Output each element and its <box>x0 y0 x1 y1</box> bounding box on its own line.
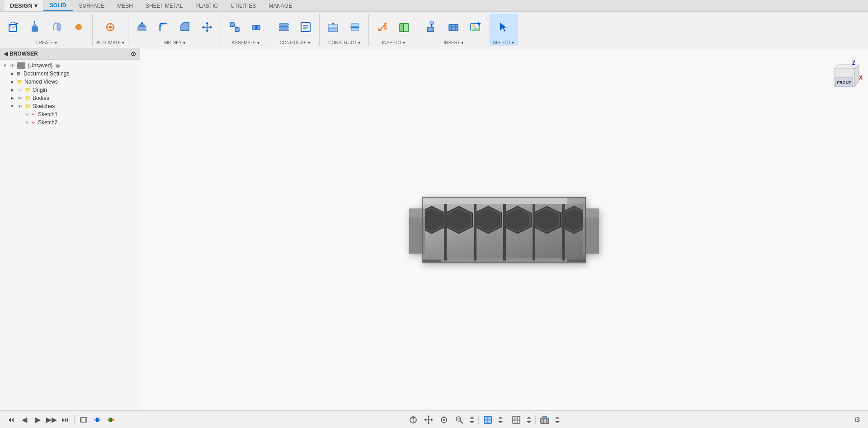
insert-image-icon <box>469 21 481 33</box>
ground-button[interactable] <box>246 17 266 37</box>
tab-solid[interactable]: SOLID <box>43 0 73 11</box>
orbit-button[interactable] <box>407 414 420 426</box>
bodies-visibility-icon[interactable]: 👁 <box>16 95 24 101</box>
main-area: ◀ BROWSER ⊙ ▼ 👁 (Unsaved) ◉ ▶ ⚙ Document… <box>0 48 868 410</box>
assemble-label[interactable]: ASSEMBLE ▾ <box>232 40 260 46</box>
tab-manage[interactable]: MANAGE <box>262 1 298 11</box>
tab-surface[interactable]: SURFACE <box>73 1 111 11</box>
sketch2-label: Sketch2 <box>38 119 57 126</box>
automate-button[interactable] <box>100 17 120 37</box>
timeline-frame-icon[interactable] <box>77 414 90 426</box>
select-label[interactable]: SELECT ▾ <box>493 40 514 46</box>
extrude-button[interactable] <box>25 17 45 37</box>
measure-button[interactable] <box>373 17 392 37</box>
tab-sheet-metal[interactable]: SHEET METAL <box>139 1 189 11</box>
sketch1-item[interactable]: 👁 ✏ Sketch1 <box>0 110 140 118</box>
timeline-key-icon[interactable] <box>91 414 104 426</box>
skip-to-start-button[interactable]: ⏮ <box>5 414 17 426</box>
sketches-visibility-icon[interactable]: 👁 <box>16 103 24 109</box>
scene-dropdown-button[interactable] <box>554 414 561 426</box>
svg-marker-140 <box>527 417 531 419</box>
offset-plane-button[interactable] <box>323 17 343 37</box>
parameters-button[interactable] <box>274 17 294 37</box>
display-dropdown-button[interactable] <box>497 414 504 426</box>
move-button[interactable] <box>197 17 217 37</box>
timeline-sketch-icon[interactable] <box>104 414 117 426</box>
sketch1-visibility-icon[interactable]: 👁 <box>24 111 31 118</box>
sketch2-expand-icon <box>16 119 23 126</box>
root-broadcast-icon: ◉ <box>55 62 60 69</box>
sketch2-item[interactable]: 👁 ✏ Sketch2 <box>0 118 140 127</box>
svg-rect-29 <box>235 28 239 32</box>
chamfer-button[interactable] <box>175 17 195 37</box>
svg-text:FRONT: FRONT <box>837 80 851 85</box>
named-views-item[interactable]: ▶ 📁 Named Views <box>0 78 140 86</box>
modify-label[interactable]: MODIFY ▾ <box>164 40 185 46</box>
svg-marker-129 <box>470 421 474 423</box>
select-button[interactable] <box>494 17 514 37</box>
display-mode-button[interactable] <box>481 414 494 426</box>
zoom-dropdown-button[interactable] <box>468 414 476 426</box>
play-button[interactable]: ▶ <box>32 414 44 426</box>
insert-mesh-button[interactable] <box>443 17 463 37</box>
create-label[interactable]: CREATE ▾ <box>35 40 57 46</box>
bodies-expand-icon[interactable]: ▶ <box>9 95 15 101</box>
select-group: SELECT ▾ <box>489 14 518 46</box>
sketches-expand-icon[interactable]: ▼ <box>9 103 15 109</box>
origin-expand-icon[interactable]: ▶ <box>9 87 15 93</box>
root-visibility-icon[interactable]: 👁 <box>9 62 16 69</box>
skip-to-end-button[interactable]: ⏭ <box>59 414 71 426</box>
revolve-button[interactable] <box>47 17 67 37</box>
configure-model-button[interactable] <box>296 17 316 37</box>
extrude-icon <box>29 21 42 33</box>
svg-rect-57 <box>427 27 434 32</box>
settings-button[interactable]: ⚙ <box>851 414 863 426</box>
root-expand-icon[interactable]: ▼ <box>2 62 8 69</box>
tab-utilities[interactable]: UTILITIES <box>224 1 262 11</box>
named-views-expand-icon[interactable]: ▶ <box>9 79 15 85</box>
grid-dropdown-button[interactable] <box>525 414 533 426</box>
new-component-button[interactable] <box>4 17 24 37</box>
doc-settings-item[interactable]: ▶ ⚙ Document Settings <box>0 70 140 78</box>
inspect-label[interactable]: INSPECT ▾ <box>382 40 405 46</box>
configure-label[interactable]: CONFIGURE ▾ <box>280 40 311 46</box>
svg-rect-0 <box>9 24 16 32</box>
doc-settings-expand-icon[interactable]: ▶ <box>9 71 15 77</box>
origin-item[interactable]: ▶ 👁 📁 Origin <box>0 86 140 94</box>
section-analysis-button[interactable] <box>394 17 414 37</box>
scene-button[interactable] <box>538 414 551 426</box>
insert-label[interactable]: INSERT ▾ <box>443 40 463 46</box>
design-button[interactable]: DESIGN ▾ <box>5 0 43 11</box>
step-forward-button[interactable]: ▶▶ <box>45 414 58 426</box>
press-pull-button[interactable] <box>132 17 152 37</box>
zoom-button[interactable] <box>453 414 466 426</box>
viewport[interactable]: Z X FRONT <box>140 48 868 410</box>
joint-button[interactable] <box>225 17 245 37</box>
automate-label[interactable]: AUTOMATE ▾ <box>96 40 124 46</box>
sidebar: ◀ BROWSER ⊙ ▼ 👁 (Unsaved) ◉ ▶ ⚙ Document… <box>0 48 140 410</box>
fillet-button[interactable] <box>154 17 174 37</box>
grid-button[interactable] <box>510 414 523 426</box>
insert-image-button[interactable] <box>465 17 485 37</box>
look-button[interactable] <box>438 414 450 426</box>
pan-button[interactable] <box>422 414 435 426</box>
browser-options-icon[interactable]: ⊙ <box>131 50 136 57</box>
press-pull-icon <box>136 21 148 33</box>
svg-rect-40 <box>329 28 338 32</box>
construct-label[interactable]: CONSTRUCT ▾ <box>328 40 360 46</box>
insert-derive-button[interactable] <box>422 17 442 37</box>
sketch1-expand-icon <box>16 111 23 118</box>
midplane-button[interactable] <box>345 17 365 37</box>
orientation-cube[interactable]: FRONT <box>827 62 863 98</box>
tab-plastic[interactable]: PLASTIC <box>189 1 224 11</box>
tab-mesh[interactable]: MESH <box>111 1 139 11</box>
step-back-button[interactable]: ◀ <box>18 414 31 426</box>
root-item[interactable]: ▼ 👁 (Unsaved) ◉ <box>0 61 140 70</box>
sketch2-visibility-icon[interactable]: 👁 <box>24 119 31 126</box>
origin-visibility-icon[interactable]: 👁 <box>16 87 24 93</box>
sketches-item[interactable]: ▼ 👁 📁 Sketches <box>0 102 140 110</box>
loft-button[interactable] <box>69 17 89 37</box>
browser-header[interactable]: ◀ BROWSER ⊙ <box>0 48 140 60</box>
svg-rect-98 <box>444 204 447 260</box>
bodies-item[interactable]: ▶ 👁 📁 Bodies <box>0 94 140 102</box>
